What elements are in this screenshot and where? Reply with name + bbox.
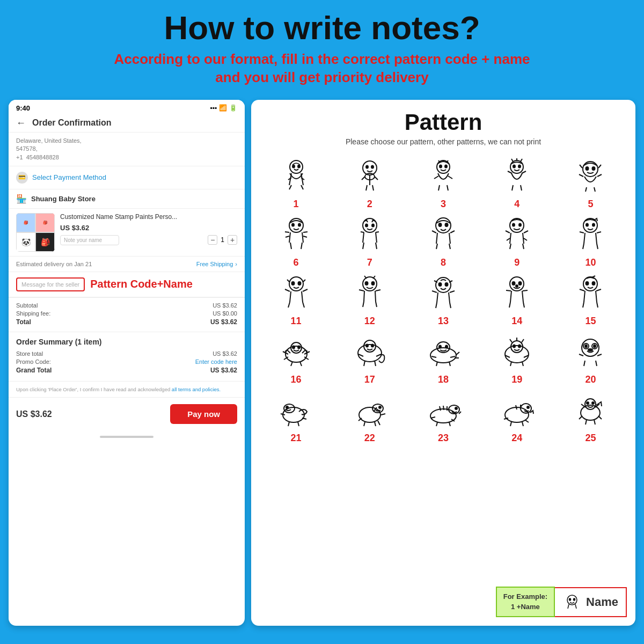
svg-point-42 (445, 283, 448, 286)
pattern-num-14: 14 (511, 316, 522, 327)
pattern-item-23: 23 (407, 389, 479, 444)
payment-section[interactable]: 💳 Select Payment Method (9, 166, 245, 189)
pattern-icon-3 (422, 155, 465, 197)
svg-point-64 (513, 345, 515, 347)
pattern-item-12: 12 (333, 272, 406, 327)
svg-point-53 (298, 346, 300, 348)
pattern-num-9: 9 (514, 257, 519, 268)
example-box: For Example:1 +Name Name (496, 587, 627, 617)
svg-line-13 (521, 159, 522, 162)
home-indicator (9, 430, 245, 443)
terms-section: Upon clicking 'Place Order', I confirm I… (9, 382, 245, 398)
pattern-item-15: 15 (554, 272, 627, 327)
svg-point-83 (527, 406, 529, 408)
svg-point-87 (592, 402, 594, 404)
svg-point-54 (358, 345, 382, 362)
svg-point-20 (292, 223, 294, 226)
svg-point-9 (445, 165, 447, 167)
pattern-item-9: 9 (481, 213, 553, 268)
order-summary-title: Order Summary (1 item) (16, 338, 237, 346)
pattern-icon-19 (495, 330, 538, 373)
grand-total-label: Grand Total (16, 367, 52, 374)
pattern-num-10: 10 (585, 257, 596, 268)
product-name: Customized Name Stamp Paints Perso... (60, 213, 237, 222)
svg-point-50 (286, 346, 307, 362)
pattern-num-8: 8 (441, 257, 446, 268)
subtotal-row: Subtotal US $3.62 (16, 302, 237, 309)
svg-point-7 (437, 160, 450, 173)
example-icon (562, 592, 582, 612)
pattern-item-1: 1 (260, 155, 332, 210)
store-total-label: Store total (16, 350, 43, 357)
pattern-num-25: 25 (585, 433, 596, 444)
svg-point-65 (518, 345, 521, 347)
free-shipping: Free Shipping › (196, 261, 237, 267)
svg-point-44 (513, 282, 515, 285)
svg-point-38 (365, 282, 368, 285)
promo-label: Promo Code: (16, 358, 51, 365)
product-price: US $3.62 (60, 224, 237, 232)
svg-point-70 (594, 345, 596, 347)
svg-point-27 (445, 223, 448, 226)
pattern-num-17: 17 (364, 374, 375, 385)
promo-link[interactable]: Enter code here (195, 358, 237, 365)
qty-plus-button[interactable]: + (228, 235, 237, 245)
svg-point-80 (455, 407, 457, 409)
total-row: Total US $3.62 (16, 318, 237, 326)
store-total-row: Store total US $3.62 (16, 350, 237, 357)
pattern-icon-20 (569, 330, 612, 373)
pattern-item-10: 10 (554, 213, 627, 268)
svg-point-26 (438, 223, 441, 226)
svg-point-58 (430, 348, 456, 363)
pay-now-button[interactable]: Pay now (170, 404, 237, 424)
pattern-num-21: 21 (291, 433, 302, 444)
pattern-icon-24 (495, 389, 538, 431)
pattern-num-15: 15 (585, 316, 596, 327)
pattern-icon-21 (275, 389, 318, 431)
svg-point-62 (505, 346, 529, 363)
img-cell-2: 🎒 (35, 213, 55, 232)
pattern-num-7: 7 (367, 257, 372, 268)
pattern-icon-1 (275, 155, 318, 197)
pattern-item-25: 25 (554, 389, 627, 444)
bottom-bar: US $3.62 Pay now (9, 398, 245, 430)
pattern-item-22: 22 (333, 389, 406, 444)
terms-link[interactable]: all terms and policies. (172, 386, 221, 392)
pattern-num-3: 3 (441, 199, 446, 210)
pattern-num-24: 24 (511, 433, 522, 444)
note-input[interactable]: Note your name (60, 235, 119, 245)
pattern-icon-7 (348, 213, 391, 256)
svg-point-21 (298, 223, 301, 226)
svg-point-1 (292, 165, 295, 167)
promo-row: Promo Code: Enter code here (16, 358, 237, 365)
pattern-icon-8 (422, 213, 465, 256)
pattern-item-5: 5 (554, 155, 627, 210)
payment-icon: 💳 (16, 172, 28, 184)
pattern-item-14: 14 (481, 272, 553, 327)
svg-point-16 (583, 162, 598, 177)
shipping-fee-label: Shipping fee: (16, 310, 50, 317)
bottom-total-amount: US $3.62 (16, 409, 52, 419)
free-shipping-label: Free Shipping (196, 261, 233, 267)
svg-point-32 (586, 223, 588, 226)
svg-point-18 (592, 167, 595, 170)
content-area: 9:40 ▪▪▪ 📶 🔋 ← Order Confirmation Delawa… (9, 100, 635, 626)
example-right: Name (555, 587, 627, 617)
pattern-icon-4 (495, 155, 538, 197)
status-icons: ▪▪▪ 📶 🔋 (210, 104, 237, 112)
svg-point-52 (292, 346, 295, 348)
total-val: US $3.62 (210, 318, 237, 326)
note-qty-row: Note your name − 1 + (60, 235, 237, 245)
delivery-label: Estimated delivery on Jan 21 (16, 261, 92, 267)
svg-point-57 (371, 344, 374, 347)
message-for-seller-box[interactable]: Message for the seller (16, 277, 85, 291)
pattern-grid: 1 2 (260, 155, 627, 444)
qty-minus-button[interactable]: − (208, 235, 217, 245)
back-arrow-icon[interactable]: ← (16, 118, 26, 129)
pattern-subtitle: Please choose our pattern, other pattern… (260, 137, 627, 146)
svg-point-56 (366, 344, 368, 347)
shipping-fee-row: Shipping fee: US $0.00 (16, 310, 237, 317)
pattern-num-1: 1 (294, 199, 299, 210)
svg-point-61 (445, 345, 448, 348)
battery-icon: 🔋 (229, 104, 237, 112)
